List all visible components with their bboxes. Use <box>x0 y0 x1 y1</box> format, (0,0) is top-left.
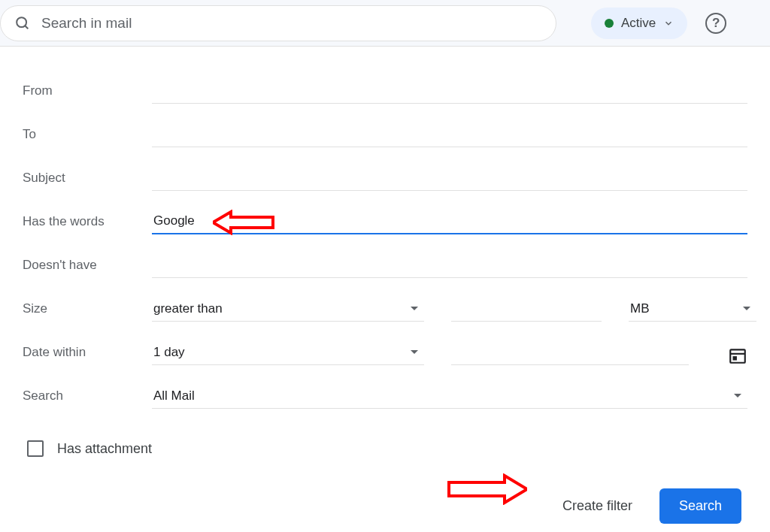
doesnt-have-input[interactable] <box>152 253 747 278</box>
to-label: To <box>23 127 152 142</box>
create-filter-button[interactable]: Create filter <box>562 498 632 514</box>
from-label: From <box>23 83 152 98</box>
date-range-select[interactable]: 1 day <box>152 340 424 365</box>
size-comparison-value: greater than <box>153 301 223 316</box>
size-label: Size <box>23 301 152 316</box>
has-attachment-checkbox[interactable] <box>27 440 44 457</box>
svg-rect-2 <box>730 349 745 362</box>
has-attachment-label: Has attachment <box>57 441 152 457</box>
caret-down-icon <box>411 350 418 354</box>
has-words-label: Has the words <box>23 214 152 229</box>
search-input[interactable] <box>41 15 542 32</box>
search-scope-label: Search <box>23 388 152 404</box>
from-input[interactable] <box>152 79 747 104</box>
help-icon[interactable]: ? <box>705 13 726 34</box>
size-comparison-select[interactable]: greater than <box>152 297 424 322</box>
caret-down-icon <box>743 307 750 310</box>
status-label: Active <box>621 16 656 31</box>
calendar-icon[interactable] <box>728 346 747 365</box>
search-button[interactable]: Search <box>659 488 741 524</box>
svg-line-1 <box>25 26 28 29</box>
caret-down-icon <box>411 307 418 310</box>
date-range-value: 1 day <box>153 345 185 360</box>
chevron-down-icon <box>663 18 674 29</box>
caret-down-icon <box>734 394 741 397</box>
search-scope-value: All Mail <box>153 388 195 404</box>
doesnt-have-label: Doesn't have <box>23 258 152 273</box>
svg-rect-4 <box>734 357 736 359</box>
subject-input[interactable] <box>152 166 747 191</box>
subject-label: Subject <box>23 171 152 186</box>
size-unit-value: MB <box>630 301 650 316</box>
search-scope-select[interactable]: All Mail <box>152 384 747 409</box>
to-input[interactable] <box>152 122 747 147</box>
date-value-input[interactable] <box>451 343 689 365</box>
size-value-input[interactable] <box>451 299 602 322</box>
size-unit-select[interactable]: MB <box>629 297 756 322</box>
status-chip[interactable]: Active <box>591 8 687 39</box>
svg-point-0 <box>17 17 26 27</box>
status-dot-icon <box>605 19 614 28</box>
has-words-input[interactable] <box>152 209 747 234</box>
search-bar[interactable] <box>0 5 556 41</box>
date-within-label: Date within <box>23 345 152 360</box>
search-icon <box>14 15 31 32</box>
